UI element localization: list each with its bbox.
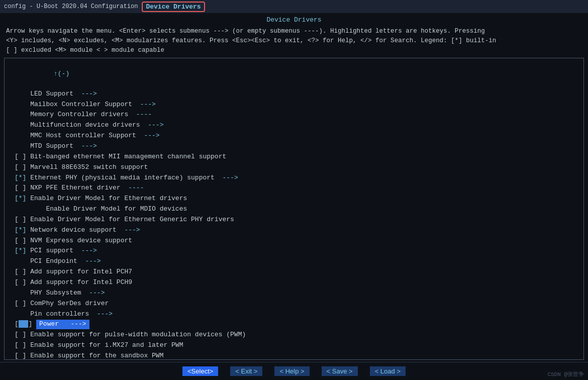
menu-item[interactable]: Memory Controller drivers ---- — [5, 110, 583, 120]
menu-item[interactable]: [ ] NXP PFE Ethernet driver ---- — [5, 183, 583, 194]
menu-item[interactable]: [ ] Add support for Intel PCH7 — [5, 267, 583, 277]
menu-item[interactable]: [*] Network device support ---> — [5, 225, 583, 236]
terminal-window: config - U-Boot 2020.04 Configuration De… — [0, 0, 588, 380]
exit-button[interactable]: < Exit > — [230, 366, 262, 376]
instructions-line1: Arrow keys navigate the menu. <Enter> se… — [6, 27, 582, 36]
menu-item[interactable]: PHY Subsystem ---> — [5, 288, 583, 299]
title-bar: config - U-Boot 2020.04 Configuration De… — [0, 0, 588, 13]
menu-item[interactable]: [ ] Enable support for i.MX27 and later … — [5, 340, 583, 351]
menu-item[interactable]: Multifunction device drivers ---> — [5, 120, 583, 131]
menu-items-list: LED Support ---> Mailbox Controller Supp… — [5, 89, 583, 359]
menu-item[interactable]: MMC Host controller Support ---> — [5, 131, 583, 141]
menu-item[interactable]: [ ] Enable support for pulse-width modul… — [5, 330, 583, 340]
menu-item[interactable]: [ ] Bit-banged ethernet MII management c… — [5, 152, 583, 162]
load-button[interactable]: < Load > — [370, 366, 406, 376]
instructions: Arrow keys navigate the menu. <Enter> se… — [0, 26, 588, 56]
save-button[interactable]: < Save > — [322, 366, 358, 376]
instructions-line2: <Y> includes, <N> excludes, <M> modulari… — [6, 36, 582, 46]
instructions-line3: [ ] excluded <M> module < > module capab… — [6, 46, 582, 55]
help-button[interactable]: < Help > — [274, 366, 309, 376]
menu-item[interactable]: [ ] ComPhy SerDes driver — [5, 299, 583, 309]
menu-item[interactable]: [ ] Add support for Intel PCH9 — [5, 277, 583, 288]
menu-item[interactable]: [*] PCI support ---> — [5, 246, 583, 256]
menu-item[interactable]: [*] Ethernet PHY (physical media interfa… — [5, 173, 583, 183]
menu-item[interactable]: [ ] Marvell 88E6352 switch support — [5, 162, 583, 173]
menu-top-marker: ↑(-) — [5, 59, 583, 89]
menu-item[interactable]: [ ] Enable Driver Model for Ethernet Gen… — [5, 215, 583, 225]
menu-item[interactable]: [ ] NVM Express device support — [5, 236, 583, 246]
bottom-nav: <Select> < Exit > < Help > < Save > < Lo… — [0, 362, 588, 380]
menu-item[interactable]: [ ] Power ---> — [5, 319, 583, 330]
main-area: Device Drivers Arrow keys navigate the m… — [0, 13, 588, 380]
window-title: config - U-Boot 2020.04 Configuration — [4, 3, 138, 10]
menu-item[interactable]: Enable Driver Model for MDIO devices — [5, 204, 583, 215]
select-button[interactable]: <Select> — [182, 366, 218, 376]
menu-item[interactable]: [*] Enable Driver Model for Ethernet dri… — [5, 194, 583, 204]
menu-item[interactable]: Mailbox Controller Support ---> — [5, 100, 583, 110]
menu-item[interactable]: Pin controllers ---> — [5, 309, 583, 320]
watermark: CSDN @张世争 — [547, 370, 584, 378]
menu-scroll[interactable]: ↑(-) LED Support ---> Mailbox Controller… — [5, 58, 583, 359]
menu-container: ↑(-) LED Support ---> Mailbox Controller… — [4, 58, 584, 360]
menu-item[interactable]: [ ] Enable support for the sandbox PWM — [5, 351, 583, 359]
device-drivers-badge: Device Drivers — [142, 2, 205, 12]
menu-item[interactable]: PCI Endpoint ---> — [5, 256, 583, 267]
menu-item[interactable]: LED Support ---> — [5, 89, 583, 100]
menu-item[interactable]: MTD Support ---> — [5, 141, 583, 152]
center-title: Device Drivers — [0, 13, 588, 26]
